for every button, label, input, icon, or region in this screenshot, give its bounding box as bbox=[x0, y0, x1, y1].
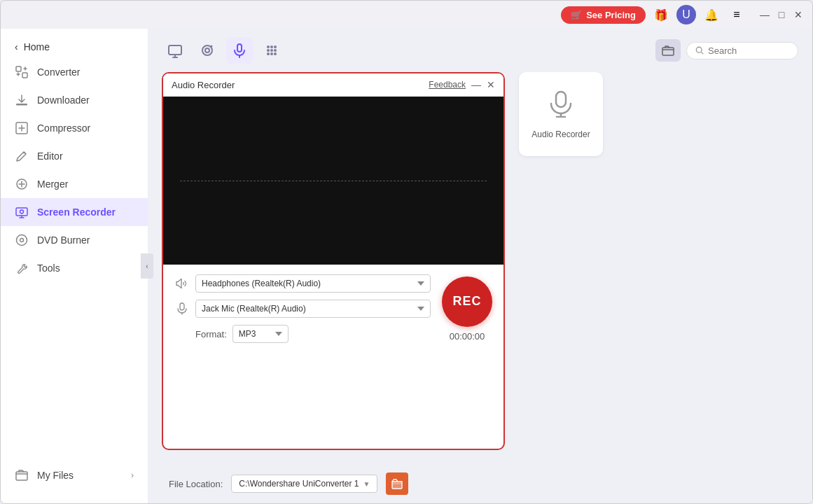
compressor-icon bbox=[15, 121, 29, 135]
sidebar-back-home[interactable]: ‹ Home bbox=[1, 36, 148, 58]
gift-icon[interactable]: 🎁 bbox=[651, 5, 671, 24]
recorder-title: Audio Recorder bbox=[172, 80, 235, 90]
svg-point-7 bbox=[17, 235, 27, 246]
my-files-icon bbox=[15, 468, 29, 482]
toolbar bbox=[148, 29, 812, 72]
folder-open-button[interactable] bbox=[386, 472, 408, 495]
editor-icon bbox=[15, 149, 29, 163]
folder-button[interactable] bbox=[655, 39, 681, 62]
svg-point-16 bbox=[270, 46, 273, 48]
my-files-label: My Files bbox=[37, 470, 74, 481]
tool-camera-button[interactable] bbox=[194, 37, 221, 64]
svg-point-21 bbox=[267, 52, 270, 55]
sidebar-item-editor[interactable]: Editor bbox=[1, 142, 148, 170]
recorder-close-button[interactable]: ✕ bbox=[487, 79, 495, 90]
audio-recorder-card-icon bbox=[547, 90, 575, 124]
tool-audio-button[interactable] bbox=[226, 37, 253, 64]
sidebar-item-merger[interactable]: Merger bbox=[1, 170, 148, 198]
rec-btn-area: REC 00:00:00 bbox=[442, 276, 492, 342]
sidebar-item-my-files[interactable]: My Files › bbox=[1, 461, 148, 489]
file-path-arrow: ▼ bbox=[363, 480, 370, 488]
format-row: Format: MP3 WAV AAC M4A bbox=[174, 325, 431, 343]
feedback-link[interactable]: Feedback bbox=[429, 80, 466, 90]
maximize-button[interactable]: □ bbox=[774, 8, 788, 22]
dotted-line bbox=[180, 181, 486, 181]
sidebar-item-dvd-burner[interactable]: DVD Burner bbox=[1, 226, 148, 254]
recorder-minimize-button[interactable]: — bbox=[471, 79, 481, 90]
screen-recorder-icon bbox=[15, 205, 29, 219]
svg-rect-24 bbox=[662, 48, 674, 55]
svg-point-23 bbox=[274, 52, 277, 55]
converter-icon bbox=[15, 65, 29, 79]
app-container: 🛒 See Pricing 🎁 U 🔔 ≡ — □ ✕ ‹ Home bbox=[0, 0, 813, 504]
mic-icon bbox=[174, 301, 190, 316]
recorder-settings: Headphones (Realtek(R) Audio) Speakers D… bbox=[163, 265, 503, 353]
cart-icon: 🛒 bbox=[571, 10, 582, 20]
tool-grid-button[interactable] bbox=[258, 37, 285, 64]
sidebar: ‹ Home Converter Downloader Compress bbox=[1, 29, 148, 503]
svg-point-11 bbox=[202, 46, 212, 55]
sidebar-item-screen-recorder[interactable]: Screen Recorder bbox=[1, 198, 148, 226]
speaker-icon bbox=[174, 276, 190, 291]
recorder-panel: Audio Recorder Feedback — ✕ bbox=[162, 72, 505, 450]
content-area: Audio Recorder Feedback — ✕ bbox=[148, 29, 812, 503]
sidebar-collapse-button[interactable]: ‹ bbox=[141, 253, 153, 279]
dvd-burner-label: DVD Burner bbox=[37, 234, 90, 246]
svg-point-25 bbox=[696, 47, 702, 52]
sidebar-item-converter[interactable]: Converter bbox=[1, 58, 148, 86]
audio-output-select[interactable]: Headphones (Realtek(R) Audio) Speakers D… bbox=[195, 274, 431, 293]
tool-screen-button[interactable] bbox=[162, 37, 188, 64]
svg-point-22 bbox=[270, 52, 273, 55]
user-avatar[interactable]: U bbox=[676, 5, 696, 24]
svg-rect-27 bbox=[556, 92, 566, 107]
svg-point-15 bbox=[267, 46, 270, 48]
audio-output-row: Headphones (Realtek(R) Audio) Speakers D… bbox=[174, 274, 431, 293]
pricing-label: See Pricing bbox=[586, 10, 636, 20]
record-button[interactable]: REC bbox=[442, 276, 492, 327]
sidebar-item-compressor[interactable]: Compressor bbox=[1, 114, 148, 142]
file-location-select[interactable]: C:\Wondershare UniConverter 1 ▼ bbox=[231, 475, 377, 493]
audio-recorder-card-label: Audio Recorder bbox=[531, 130, 590, 139]
rec-timer: 00:00:00 bbox=[450, 331, 485, 342]
my-files-arrow: › bbox=[131, 470, 134, 480]
titlebar: 🛒 See Pricing 🎁 U 🔔 ≡ — □ ✕ bbox=[1, 1, 812, 29]
svg-point-19 bbox=[270, 49, 273, 52]
right-panel: Audio Recorder bbox=[519, 72, 603, 450]
search-icon bbox=[695, 46, 704, 55]
format-select[interactable]: MP3 WAV AAC M4A bbox=[232, 325, 289, 343]
format-label: Format: bbox=[195, 329, 227, 340]
search-input[interactable] bbox=[708, 46, 789, 56]
close-button[interactable]: ✕ bbox=[791, 8, 805, 22]
mic-select[interactable]: Jack Mic (Realtek(R) Audio) Default Micr… bbox=[195, 300, 431, 318]
content-body: Audio Recorder Feedback — ✕ bbox=[148, 72, 812, 464]
audio-recorder-card[interactable]: Audio Recorder bbox=[519, 72, 603, 156]
search-box[interactable] bbox=[686, 42, 798, 59]
sidebar-item-downloader[interactable]: Downloader bbox=[1, 86, 148, 114]
svg-point-12 bbox=[205, 48, 209, 52]
screen-recorder-label: Screen Recorder bbox=[37, 206, 116, 218]
tools-icon bbox=[15, 261, 29, 275]
downloader-icon bbox=[15, 93, 29, 107]
pricing-button[interactable]: 🛒 See Pricing bbox=[561, 6, 646, 24]
svg-rect-1 bbox=[22, 73, 27, 78]
bottom-bar: File Location: C:\Wondershare UniConvert… bbox=[148, 464, 812, 503]
svg-rect-9 bbox=[16, 472, 27, 480]
minimize-button[interactable]: — bbox=[758, 8, 772, 22]
svg-point-8 bbox=[20, 239, 24, 242]
sidebar-item-tools[interactable]: Tools bbox=[1, 254, 148, 282]
file-path-text: C:\Wondershare UniConverter 1 bbox=[239, 479, 359, 489]
home-label: Home bbox=[24, 41, 50, 52]
svg-rect-2 bbox=[16, 104, 27, 106]
titlebar-icons: 🎁 U 🔔 ≡ bbox=[651, 5, 746, 24]
svg-rect-5 bbox=[16, 208, 27, 216]
svg-point-18 bbox=[267, 49, 270, 52]
bell-icon[interactable]: 🔔 bbox=[702, 5, 721, 24]
sidebar-bottom: My Files › bbox=[1, 454, 148, 496]
file-location-label: File Location: bbox=[169, 479, 223, 489]
video-preview bbox=[163, 97, 503, 265]
svg-rect-26 bbox=[180, 303, 184, 310]
svg-point-17 bbox=[274, 46, 277, 48]
menu-icon[interactable]: ≡ bbox=[727, 5, 746, 24]
svg-rect-14 bbox=[237, 44, 242, 52]
svg-point-6 bbox=[20, 210, 24, 214]
